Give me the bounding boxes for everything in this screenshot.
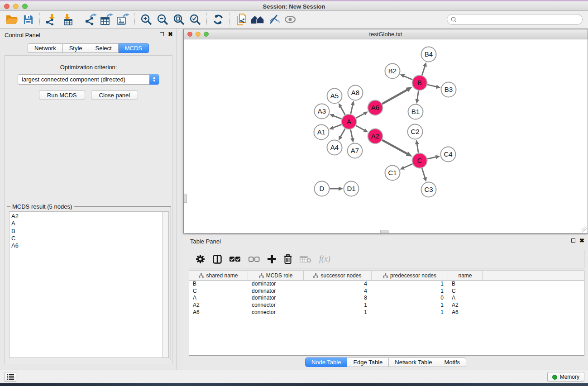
close-table-panel-icon[interactable]: ✖ [579,238,584,243]
horizontal-scroll-thumb[interactable] [380,230,389,233]
table-cell[interactable]: A2 [189,302,248,309]
graph-edge-B-B1[interactable] [417,91,419,99]
graph-node-a[interactable]: A [342,114,357,129]
zoom-in-button[interactable] [138,12,154,27]
memory-button[interactable]: Memory [547,372,584,382]
graph-node-c1[interactable]: C1 [385,166,400,181]
table-row[interactable]: A6connector11A6 [189,309,584,316]
table-cell[interactable]: 1 [372,288,448,295]
window-resize-grip[interactable] [581,227,587,233]
column-header-name[interactable]: name [448,271,483,280]
delete-table-button[interactable] [300,256,311,263]
export-network-button[interactable] [82,12,99,27]
graph-edge-B-B4[interactable] [422,66,425,75]
delete-column-button[interactable] [284,254,292,264]
minimize-network-window-button[interactable] [196,32,201,37]
graph-edge-A-A8[interactable] [351,105,353,114]
table-cell[interactable]: A [448,295,483,302]
table-row[interactable]: Bdominator41B [189,281,584,288]
graph-node-a1[interactable]: A1 [314,125,329,140]
graph-edge-A-A7[interactable] [350,129,352,138]
graph-edge-A-A6[interactable] [356,114,364,118]
refresh-layout-button[interactable] [210,12,226,27]
tab-style[interactable]: Style [63,43,89,53]
graph-node-a4[interactable]: A4 [327,140,342,155]
graph-node-b2[interactable]: B2 [385,64,400,79]
graph-node-a5[interactable]: A5 [327,89,342,104]
export-table-button[interactable] [99,12,115,27]
zoom-out-button[interactable] [154,12,171,27]
table-cell[interactable]: C [189,288,248,295]
graph-node-d[interactable]: D [315,181,330,196]
table-cell[interactable]: 1 [372,309,448,316]
graph-node-a7[interactable]: A7 [348,143,363,158]
table-cell[interactable]: dominator [248,288,304,295]
tab-select[interactable]: Select [89,43,119,53]
graph-node-d1[interactable]: D1 [344,181,359,196]
zoom-fit-button[interactable] [171,12,187,27]
tab-node-table[interactable]: Node Table [305,357,348,367]
graph-node-a2[interactable]: A2 [368,129,383,144]
tab-network[interactable]: Network [28,43,63,53]
table-cell[interactable]: C [448,288,483,295]
table-cell[interactable]: A2 [448,302,483,309]
mcds-result-list[interactable]: A2ABCA6 [9,211,163,358]
table-cell[interactable]: A6 [448,309,483,316]
import-table-button[interactable] [59,12,76,27]
graph-edge-A-A5[interactable] [340,107,345,115]
table-cell[interactable]: 1 [304,302,372,309]
graph-node-c2[interactable]: C2 [408,124,423,139]
tab-motifs[interactable]: Motifs [438,357,466,367]
create-column-button[interactable] [268,255,276,263]
column-header-shared-name[interactable]: shared name [189,271,248,280]
table-cell[interactable]: A6 [189,309,248,316]
graph-node-a8[interactable]: A8 [348,86,363,100]
close-panel-button[interactable]: Close panel [91,90,139,100]
table-cell[interactable]: 0 [372,295,448,302]
tab-network-table[interactable]: Network Table [389,357,438,367]
close-network-window-button[interactable] [187,32,192,37]
mcds-result-item[interactable]: A [11,220,163,227]
graph-edge-A-A2[interactable] [356,125,364,130]
mcds-result-item[interactable]: B [11,228,163,235]
table-cell[interactable]: dominator [248,281,304,288]
table-cell[interactable]: B [448,281,483,288]
table-cell[interactable]: dominator [248,295,304,302]
graph-node-b3[interactable]: B3 [441,82,456,97]
import-network-button[interactable] [43,12,59,27]
tab-mcds[interactable]: MCDS [119,43,149,53]
float-table-panel-icon[interactable] [571,238,575,243]
table-cell[interactable]: 4 [304,281,372,288]
table-row[interactable]: Cdominator41C [189,288,584,295]
table-row[interactable]: Adominator80A [189,295,584,302]
graph-edge-A-A1[interactable] [333,124,342,128]
graph-node-c[interactable]: C [412,153,427,168]
network-canvas[interactable]: B4B2BB3A8A5A6A3B1AA1C2A2A4A7C4CC1C3DD1 [184,39,588,233]
graph-edge-B-B3[interactable] [427,85,436,87]
run-mcds-button[interactable]: Run MCDS [39,90,85,100]
tab-edge-table[interactable]: Edge Table [347,357,389,367]
table-cell[interactable]: B [189,281,248,288]
graph-node-a3[interactable]: A3 [315,104,330,119]
graph-node-c3[interactable]: C3 [421,182,436,197]
table-cell[interactable]: connector [248,309,304,316]
maximize-network-window-button[interactable] [204,32,209,37]
graph-edge-A-A4[interactable] [340,129,345,137]
function-builder-button[interactable]: f(x) [319,254,330,264]
criterion-dropdown[interactable]: largest connected component (directed) ▲… [18,74,159,85]
table-cell[interactable]: A [189,295,248,302]
graph-edge-C-C2[interactable] [417,144,418,153]
column-header-mcds-role[interactable]: MCDS role [248,271,304,280]
clone-network-button[interactable] [233,12,249,27]
graph-edge-A2-C[interactable] [382,140,407,153]
table-row[interactable]: A2connector11A2 [189,302,584,309]
graph-edge-B-B2[interactable] [404,76,412,80]
column-header-predecessor-nodes[interactable]: predecessor nodes [372,271,448,280]
table-cell[interactable]: 4 [304,288,372,295]
open-session-button[interactable] [4,12,20,27]
network-window-titlebar[interactable]: testGlobe.txt [184,29,588,39]
graph-edge-C-C1[interactable] [404,164,412,168]
export-image-button[interactable] [115,12,131,27]
hide-annotations-button[interactable] [266,12,282,27]
mcds-result-scrollbar[interactable] [163,211,169,358]
